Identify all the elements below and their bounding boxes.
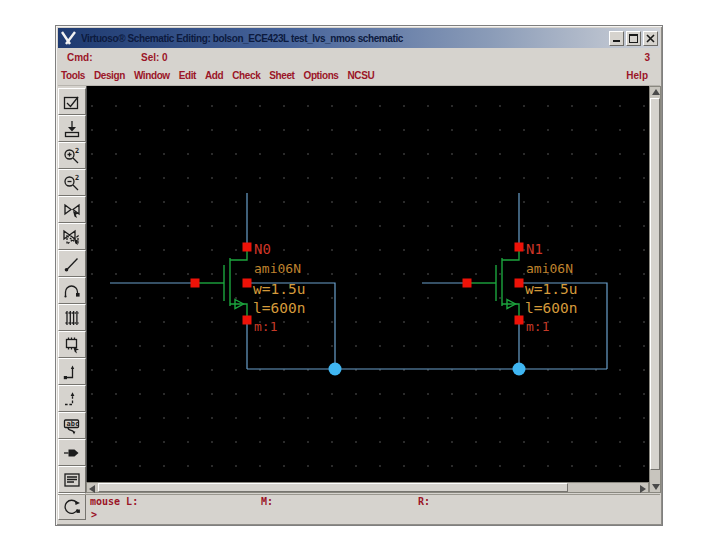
pin-gate-n1[interactable] xyxy=(463,279,472,288)
menu-sheet[interactable]: Sheet xyxy=(269,70,294,81)
cmd-label: Cmd: xyxy=(67,52,93,63)
menu-window[interactable]: Window xyxy=(134,70,170,81)
nmos-symbol-n0[interactable] xyxy=(198,248,247,318)
mouse-right-binding: R: xyxy=(418,496,430,507)
length-label-n1[interactable]: l=600n xyxy=(525,300,577,316)
menu-help[interactable]: Help xyxy=(626,70,648,81)
close-button[interactable] xyxy=(643,31,658,46)
menu-tools[interactable]: Tools xyxy=(61,70,85,81)
pin-drain-n0[interactable] xyxy=(243,243,252,252)
check-save-icon xyxy=(61,91,83,113)
pin-source-n0[interactable] xyxy=(243,316,252,325)
scroll-left-icon[interactable] xyxy=(89,485,95,493)
horizontal-scroll-thumb[interactable] xyxy=(98,483,568,492)
undo-button[interactable] xyxy=(58,277,86,304)
svg-text:abc: abc xyxy=(67,420,80,428)
pin-bulk-n0[interactable] xyxy=(243,279,252,288)
minimize-icon xyxy=(613,40,620,42)
wire-wide-button[interactable] xyxy=(58,385,86,412)
pin-source-n1[interactable] xyxy=(515,316,524,325)
close-icon xyxy=(646,34,655,43)
delete-icon xyxy=(61,253,83,275)
x11-logo-icon xyxy=(61,31,76,45)
property-icon xyxy=(61,307,83,329)
sheet-button[interactable] xyxy=(58,466,86,493)
pin-gate-n0[interactable] xyxy=(191,279,200,288)
stretch-button[interactable] xyxy=(58,196,86,223)
schematic-canvas[interactable]: N0 ami06N w=1.5u l=600n m:1 N1 ami06N w=… xyxy=(86,86,650,482)
wire-narrow-button[interactable] xyxy=(58,358,86,385)
property-button[interactable] xyxy=(58,304,86,331)
junction-dot-left[interactable] xyxy=(329,363,342,376)
model-label-n0[interactable]: ami06N xyxy=(254,261,301,276)
scroll-up-icon[interactable] xyxy=(652,89,660,95)
undo-icon xyxy=(61,280,83,302)
window-number: 3 xyxy=(644,52,650,63)
scroll-down-icon[interactable] xyxy=(652,484,660,490)
zoom-out-2x-icon: 2 xyxy=(61,172,83,194)
menu-design[interactable]: Design xyxy=(94,70,125,81)
junction-dot-right[interactable] xyxy=(513,363,526,376)
delete-button[interactable] xyxy=(58,250,86,277)
zoom-in-2x-icon: 2 xyxy=(61,145,83,167)
mouse-middle-binding: M: xyxy=(261,496,273,507)
menu-ncsu[interactable]: NCSU xyxy=(348,70,375,81)
wire-narrow-icon xyxy=(61,361,83,383)
multiplier-label-n1[interactable]: m:1 xyxy=(526,319,549,334)
pin-drain-n1[interactable] xyxy=(515,243,524,252)
wire-wide-icon xyxy=(61,388,83,410)
check-save-button[interactable] xyxy=(58,88,86,115)
pin-button[interactable] xyxy=(58,439,86,466)
selection-count: Sel: 0 xyxy=(141,52,168,63)
scroll-right-icon[interactable] xyxy=(640,485,646,493)
desktop: Virtuoso® Schematic Editing: bolson_ECE4… xyxy=(0,0,720,540)
length-label-n0[interactable]: l=600n xyxy=(253,300,305,316)
instance-name-n1[interactable]: N1 xyxy=(526,241,543,257)
sheet-icon xyxy=(61,469,83,491)
save-button[interactable] xyxy=(58,115,86,142)
minimize-button[interactable] xyxy=(609,31,624,46)
save-icon xyxy=(61,118,83,140)
toolbar: 2 2 xyxy=(58,88,86,520)
pin-bulk-n1[interactable] xyxy=(515,279,524,288)
svg-text:2: 2 xyxy=(75,147,79,155)
labels-n1: N1 ami06N w=1.5u l=600n m:1 xyxy=(525,241,577,334)
instance-name-n0[interactable]: N0 xyxy=(254,241,271,257)
width-label-n0[interactable]: w=1.5u xyxy=(253,281,305,297)
command-prompt[interactable]: > xyxy=(91,509,97,520)
menu-options[interactable]: Options xyxy=(304,70,339,81)
horizontal-scrollbar[interactable] xyxy=(86,482,649,493)
command-bar: Cmd: Sel: 0 3 xyxy=(58,49,660,66)
virtuoso-window: Virtuoso® Schematic Editing: bolson_ECE4… xyxy=(55,25,663,526)
instance-button[interactable] xyxy=(58,331,86,358)
menu-check[interactable]: Check xyxy=(232,70,260,81)
mouse-left-binding: mouse L: xyxy=(90,496,138,507)
stretch-icon xyxy=(61,199,83,221)
menu-bar: Tools Design Window Edit Add Check Sheet… xyxy=(58,66,660,86)
width-label-n1[interactable]: w=1.5u xyxy=(525,281,577,297)
menu-edit[interactable]: Edit xyxy=(179,70,196,81)
instance-icon xyxy=(61,334,83,356)
maximize-button[interactable] xyxy=(626,31,641,46)
wire-label-icon: abc xyxy=(61,415,83,437)
window-title: Virtuoso® Schematic Editing: bolson_ECE4… xyxy=(81,33,609,44)
prompt-row: > xyxy=(58,509,660,522)
model-label-n1[interactable]: ami06N xyxy=(526,261,573,276)
zoom-out-2x-button[interactable]: 2 xyxy=(58,169,86,196)
zoom-in-2x-button[interactable]: 2 xyxy=(58,142,86,169)
wire-label-button[interactable]: abc xyxy=(58,412,86,439)
status-bar: mouse L: M: R: xyxy=(58,494,660,509)
maximize-icon xyxy=(629,34,638,43)
title-bar[interactable]: Virtuoso® Schematic Editing: bolson_ECE4… xyxy=(58,28,660,48)
pin-icon xyxy=(61,442,83,464)
nmos-symbol-n1[interactable] xyxy=(470,248,519,318)
copy-button[interactable] xyxy=(58,223,86,250)
multiplier-label-n0[interactable]: m:1 xyxy=(254,319,277,334)
svg-text:2: 2 xyxy=(75,174,79,182)
vertical-scroll-thumb[interactable] xyxy=(650,98,660,470)
vertical-scrollbar[interactable] xyxy=(649,86,661,493)
schematic-drawing: N0 ami06N w=1.5u l=600n m:1 N1 ami06N w=… xyxy=(87,86,650,482)
labels-n0: N0 ami06N w=1.5u l=600n m:1 xyxy=(253,241,305,334)
menu-add[interactable]: Add xyxy=(205,70,223,81)
copy-icon xyxy=(61,226,83,248)
